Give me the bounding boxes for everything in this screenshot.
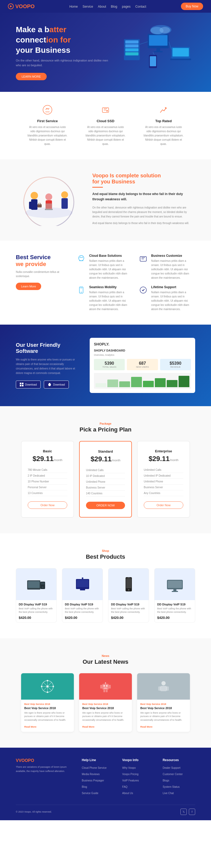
product-img-1 (62, 568, 103, 600)
nav-service[interactable]: Service (82, 5, 93, 8)
footer-link-1-3[interactable]: FAQ (122, 785, 128, 788)
footer-link-1-1[interactable]: Voopo Pricing (122, 773, 138, 776)
office-person-icon (155, 679, 171, 694)
footer-link-1-0[interactable]: Why Voopo (122, 766, 136, 769)
news-text-1: We ogen is there anyone who loves or pur… (82, 711, 129, 722)
about-title: Voopo Is complete solution for you Busin… (92, 173, 195, 185)
news-grid: Best Voip Service 2018 Best Voip Service… (16, 673, 195, 732)
download-windows-button[interactable]: Download (16, 380, 41, 389)
service-card-content-1: Business Customize Nullam maximus pritii… (151, 254, 195, 280)
product-desc-3: Best VoIP calling the phone with the bes… (157, 607, 192, 614)
nav-about[interactable]: About (98, 5, 106, 8)
nav-blog[interactable]: Blog (111, 5, 117, 8)
footer-link-0-2[interactable]: Business Prepager (82, 779, 104, 782)
services-more-button[interactable]: Learn More (16, 283, 41, 290)
hero-section: Make a batter connection for your Busine… (0, 13, 211, 92)
pricing-feature-enterprise-4: Any Countries (144, 490, 183, 496)
pricing-card-enterprise: Enterprise $29.11/month Unlimited Calls … (137, 441, 190, 518)
footer-link-2-3[interactable]: System Status (163, 785, 180, 788)
footer-link-0-1[interactable]: Media Reviews (82, 773, 100, 776)
service-desc-2: Nullam maximus pritiis diam a ornare. Ut… (89, 290, 133, 311)
news-link-1[interactable]: Read More (82, 725, 95, 728)
download-mac-button[interactable]: Download (44, 380, 69, 389)
software-buttons: Download Download (16, 380, 79, 389)
pricing-card-basic: Basic $29.11/month 780 Minute Calls 2 IP… (21, 441, 74, 518)
stat-value-2: $5390 (163, 361, 188, 366)
product-card-0: DD Display VoIP S19 Best VoIP calling th… (16, 568, 57, 623)
service-title-3: Lifetime Support (151, 285, 195, 289)
twitter-icon[interactable]: 𝕏 (180, 809, 187, 815)
footer-link-0-0[interactable]: Cloud Phone Service (82, 766, 107, 769)
services-layout: Best Service we provide Nulla convallie … (16, 254, 195, 311)
footer-link-0-3[interactable]: Blog (82, 785, 87, 788)
pricing-order-standard-button[interactable]: ORDER NOW (86, 502, 125, 509)
footer-link-0-4[interactable]: Service Guide (82, 792, 98, 795)
service-card-content-0: Cloud Base Solutions Nullam maximus prit… (89, 254, 133, 280)
hero-cta-button[interactable]: LEARN MORE (16, 73, 47, 80)
svg-rect-84 (100, 685, 102, 688)
svg-point-76 (47, 691, 48, 693)
product-price-3: $420.00 (157, 616, 192, 620)
voip-phone-icon-0 (26, 574, 47, 595)
software-desc: We ought to there anyone who loves or pu… (16, 357, 79, 375)
news-body-1: Best Voip Service 2018 Best Voip Service… (79, 700, 132, 732)
services-header: Best Service we provide Nulla convallie … (16, 254, 69, 290)
feature-icon-0 (26, 105, 69, 116)
facebook-icon[interactable]: f (189, 809, 195, 815)
svg-point-80 (103, 685, 105, 687)
footer-link-2-4[interactable]: Live Chat (163, 792, 174, 795)
pricing-order-basic-button[interactable]: Order Now (28, 501, 67, 509)
hero-illustration (108, 18, 203, 92)
svg-rect-85 (109, 685, 111, 688)
product-card-3: DD Display VoIP S19 Best VoIP calling th… (154, 568, 195, 623)
voip-phone-icon-2 (118, 574, 139, 595)
pricing-feature-standard-3: Business Server (86, 485, 125, 491)
footer-link-2-1[interactable]: Customer Center (163, 773, 183, 776)
news-body-0: Best Voip Service 2018 Best Voip Service… (21, 700, 74, 732)
software-content: Our User Friendly Software We ought to t… (16, 342, 79, 389)
social-icons: 𝕏 f (180, 809, 195, 815)
news-title: Our Latest News (16, 658, 195, 665)
news-card-2: Best Voip Service 2018 Best Voip Service… (137, 673, 190, 732)
buy-now-button[interactable]: Buy Now (181, 3, 203, 10)
pricing-order-enterprise-button[interactable]: Order Now (144, 501, 183, 509)
svg-point-22 (43, 105, 52, 114)
svg-rect-12 (173, 48, 189, 57)
nav-contact[interactable]: Contact (135, 5, 146, 8)
news-link-2[interactable]: Read More (140, 725, 152, 728)
cloud-solutions-icon (76, 254, 86, 265)
footer-link-2-2[interactable]: Blogs (163, 779, 169, 782)
svg-point-60 (82, 578, 83, 579)
footer-link-2-0[interactable]: Dealer Support (163, 766, 180, 769)
pricing-plan-enterprise: Enterprise (144, 449, 183, 453)
news-card-0: Best Voip Service 2018 Best Voip Service… (21, 673, 74, 732)
software-section: Our User Friendly Software We ought to t… (0, 324, 211, 406)
nav-pages[interactable]: pages (122, 5, 131, 8)
chart-bar-1 (96, 383, 106, 387)
about-content: Voopo Is complete solution for you Busin… (92, 173, 195, 227)
services-section: Best Service we provide Nulla convallie … (0, 241, 211, 324)
product-info-3: DD Display VoIP S19 Best VoIP calling th… (154, 600, 195, 622)
footer-col-helpline: Help Line Cloud Phone Service Media Revi… (82, 758, 114, 797)
svg-rect-29 (29, 202, 32, 209)
feature-title-0: First Service (26, 119, 69, 123)
stat-box-2: $5390 REVENUE (160, 359, 191, 370)
svg-rect-83 (105, 682, 106, 684)
footer-link-1-4[interactable]: About Us (122, 792, 133, 795)
news-title-2: Best Voip Service 2018 (140, 707, 187, 710)
product-price-0: $420.00 (19, 616, 54, 620)
svg-point-51 (49, 383, 49, 384)
footer-col-title-0: Help Line (82, 758, 114, 762)
svg-rect-82 (104, 688, 107, 688)
svg-point-75 (47, 680, 48, 681)
svg-rect-87 (106, 690, 108, 692)
product-desc-2: Best VoIP calling the phone with the bes… (111, 607, 146, 614)
news-link-0[interactable]: Read More (24, 725, 36, 728)
pricing-card-standard: Standard $29.11/month Unlimited Calls 10… (79, 441, 132, 518)
pricing-title: Pick a Pricing Plan (16, 426, 195, 433)
download-mac-label: Download (53, 383, 65, 386)
nav-home[interactable]: Home (69, 5, 78, 8)
svg-rect-53 (28, 581, 40, 588)
footer-link-1-2[interactable]: VoIP Features (122, 779, 139, 782)
footer-col-voopo: Voopo Info Why Voopo Voopo Pricing VoIP … (122, 758, 154, 797)
